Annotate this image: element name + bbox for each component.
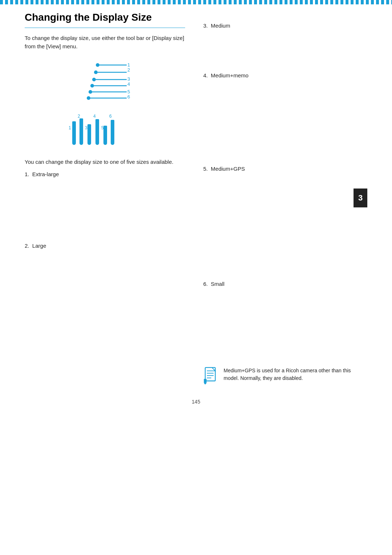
- list-item-1: 1. Extra-large: [25, 171, 185, 177]
- svg-point-20: [72, 141, 76, 145]
- svg-point-23: [79, 141, 83, 145]
- svg-point-32: [103, 141, 107, 145]
- svg-text:5: 5: [127, 89, 130, 94]
- list-item-3: 3. Medium: [203, 23, 367, 29]
- svg-rect-41: [204, 379, 207, 383]
- title-divider: [25, 28, 185, 28]
- top-border: [0, 0, 392, 4]
- slider-diagram-vertical: 1 2 3 4: [65, 110, 145, 150]
- svg-rect-25: [87, 124, 91, 143]
- page-title: Changing the Display Size: [25, 12, 185, 23]
- sizes-intro-text: You can change the display size to one o…: [25, 158, 185, 166]
- svg-point-10: [90, 84, 94, 88]
- slider-diagram-horizontal: 1 2 3 4 5 6: [69, 60, 141, 107]
- svg-point-29: [95, 141, 99, 145]
- list-item-6: 6. Small: [203, 281, 367, 287]
- svg-text:2: 2: [78, 114, 80, 119]
- svg-point-0: [96, 63, 99, 67]
- svg-point-16: [87, 96, 90, 100]
- page-number: 145: [25, 399, 367, 405]
- svg-point-4: [94, 70, 98, 74]
- list-item-5: 5. Medium+GPS: [203, 166, 367, 172]
- svg-point-6: [92, 78, 96, 81]
- svg-text:4: 4: [127, 81, 130, 87]
- svg-point-35: [111, 141, 114, 145]
- note-text: Medium+GPS is used for a Ricoh camera ot…: [224, 367, 367, 382]
- svg-text:1: 1: [127, 62, 130, 68]
- svg-text:2: 2: [127, 67, 130, 73]
- svg-rect-28: [95, 119, 99, 143]
- svg-rect-19: [72, 121, 76, 143]
- note-box: Medium+GPS is used for a Ricoh camera ot…: [203, 367, 367, 384]
- note-icon: [203, 367, 219, 384]
- svg-text:3: 3: [127, 76, 130, 82]
- intro-text: To change the display size, use either t…: [25, 34, 185, 51]
- svg-text:1: 1: [69, 125, 71, 130]
- list-item-4: 4. Medium+memo: [203, 72, 367, 78]
- svg-rect-31: [103, 126, 107, 143]
- svg-point-26: [87, 141, 91, 145]
- svg-text:6: 6: [127, 94, 130, 100]
- svg-marker-42: [204, 383, 207, 384]
- svg-text:6: 6: [109, 114, 112, 119]
- svg-text:5: 5: [101, 125, 104, 130]
- svg-point-12: [89, 90, 92, 94]
- list-item-2: 2. Large: [25, 243, 185, 249]
- svg-text:3: 3: [85, 125, 87, 130]
- svg-rect-22: [79, 118, 83, 143]
- chapter-tab: 3: [354, 189, 367, 207]
- diagram-area: 1 2 3 4 5 6: [25, 60, 185, 150]
- svg-text:4: 4: [93, 114, 96, 119]
- svg-rect-34: [111, 120, 114, 143]
